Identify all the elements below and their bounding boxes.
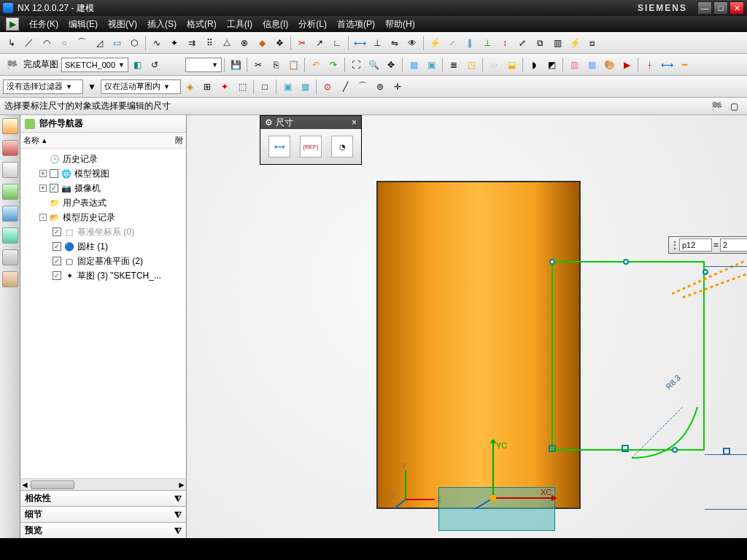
sel-ic1[interactable]: ◈	[182, 79, 198, 95]
measure-icon[interactable]: ⟊	[641, 57, 657, 73]
quick-trim-icon[interactable]: ✂	[294, 35, 310, 51]
reattach-icon[interactable]: ↺	[147, 57, 163, 73]
param-name-field[interactable]	[679, 238, 712, 252]
reuse-library-tab[interactable]	[2, 184, 18, 200]
status-box-icon[interactable]: ▢	[726, 98, 742, 114]
undo-icon[interactable]: ↶	[308, 57, 324, 73]
make-corner-icon[interactable]: ∟	[329, 35, 345, 51]
rect-icon[interactable]: ▭	[109, 35, 125, 51]
scope-combo[interactable]: 仅在活动草图内▼	[101, 79, 181, 94]
minimize-button[interactable]: —	[697, 1, 712, 15]
orient-icon[interactable]: ◧	[129, 57, 145, 73]
maximize-button[interactable]: □	[713, 1, 728, 15]
angle-dim-button[interactable]: ◔	[331, 136, 353, 158]
col-attach[interactable]: 附	[175, 135, 183, 146]
sel-ic3[interactable]: ✦	[217, 79, 233, 95]
sel-ic2[interactable]: ⊞	[199, 79, 215, 95]
snap-mid-icon[interactable]: ⌒	[355, 79, 371, 95]
parameter-input[interactable]: ⋮ = mm ▼	[668, 236, 747, 254]
play-icon[interactable]: ▶	[619, 57, 635, 73]
sel-ic5[interactable]: □	[257, 79, 273, 95]
point-icon[interactable]: ✦	[166, 35, 182, 51]
ref-dim-button[interactable]: (REF)	[300, 136, 322, 158]
sel-ic7[interactable]: ▦	[297, 79, 313, 95]
snap-end-icon[interactable]: ╱	[337, 79, 353, 95]
ic7[interactable]: ⧉	[532, 35, 548, 51]
wcs-icon[interactable]: ◳	[463, 57, 479, 73]
ic3[interactable]: ∥	[462, 35, 478, 51]
sel-ic6[interactable]: ▣	[279, 79, 295, 95]
empty-combo[interactable]: ▼	[185, 58, 222, 72]
fillet-icon[interactable]: ⌒	[74, 35, 90, 51]
intersect-icon[interactable]: ⊗	[236, 35, 252, 51]
zoom-icon[interactable]: 🔍	[365, 57, 382, 73]
circle-icon[interactable]: ○	[56, 35, 72, 51]
sketch-node[interactable]	[703, 269, 708, 275]
make-symmetric-icon[interactable]: ⇋	[387, 35, 403, 51]
dimension-icon[interactable]: ⟷	[352, 35, 368, 51]
snap-ctr-icon[interactable]: ⊚	[372, 79, 388, 95]
assy-icon[interactable]: ▦	[584, 57, 600, 73]
menu-start-icon[interactable]: ▶	[6, 18, 19, 31]
dimension-toolbar[interactable]: ⚙ 尺寸 × ⟷ (REF) ◔	[260, 115, 362, 165]
browser-tab[interactable]	[2, 228, 18, 244]
rapid-dim-button[interactable]: ⟷	[268, 136, 290, 158]
graphics-canvas[interactable]: ⚙ 尺寸 × ⟷ (REF) ◔	[187, 115, 747, 538]
extrude-icon[interactable]: ⬓	[503, 57, 519, 73]
finish-sketch-icon[interactable]: 🏁	[4, 57, 20, 73]
pattern-icon[interactable]: ⠿	[201, 35, 217, 51]
part-navigator-tab[interactable]	[2, 118, 18, 134]
snap-int-icon[interactable]: ✛	[390, 79, 406, 95]
tree-item[interactable]: 📁用户表达式	[23, 195, 183, 210]
scrollbar-h[interactable]: ◄ ►	[20, 478, 186, 490]
draft-icon[interactable]: 🎨	[601, 57, 617, 73]
menu-analyze[interactable]: 分析(L)	[298, 18, 327, 31]
selection-filter-combo[interactable]: 没有选择过滤器▼	[3, 79, 83, 94]
tree-item[interactable]: 🕒历史记录	[23, 152, 183, 166]
menu-format[interactable]: 格式(R)	[187, 18, 217, 31]
col-name[interactable]: 名称	[23, 135, 39, 146]
ic1[interactable]: ⚡	[427, 35, 443, 51]
sketch-node[interactable]	[672, 447, 678, 453]
sketch-anchor[interactable]	[622, 445, 629, 452]
more-icon[interactable]: ⟷	[659, 57, 675, 73]
sketch-node[interactable]	[549, 259, 555, 265]
line-icon[interactable]: ／	[21, 35, 37, 51]
menu-info[interactable]: 信息(I)	[263, 18, 288, 31]
tree-item[interactable]: ✓▢固定基准平面 (2)	[23, 254, 183, 268]
tree-item[interactable]: ✓⬚基准坐标系 (0)	[23, 225, 183, 239]
polygon-icon[interactable]: ⬡	[126, 35, 142, 51]
project-icon[interactable]: ◆	[254, 35, 270, 51]
sketch-node[interactable]	[623, 259, 629, 265]
datum-plane-icon[interactable]: ▱	[486, 57, 502, 73]
roles-tab[interactable]	[2, 271, 18, 287]
param-value-field[interactable]	[720, 238, 747, 252]
feature-tree[interactable]: 🕒历史记录+🌐模型视图+✓📷摄像机📁用户表达式-📂模型历史记录✓⬚基准坐标系 (…	[20, 149, 186, 478]
tree-item[interactable]: +🌐模型视图	[23, 166, 183, 181]
snap-pt-icon[interactable]: ⊙	[320, 79, 336, 95]
wcs-triad[interactable]: XC YC	[471, 440, 559, 515]
cut-icon[interactable]: ✂	[250, 57, 266, 73]
hd3d-tab[interactable]	[2, 206, 18, 222]
layer-icon[interactable]: ≣	[446, 57, 462, 73]
arc-icon[interactable]: ◠	[39, 35, 55, 51]
profile-icon[interactable]: ↳	[4, 35, 20, 51]
copy-icon[interactable]: ⎘	[268, 57, 284, 73]
ic2[interactable]: ⟋	[444, 35, 460, 51]
paste-icon[interactable]: 📋	[285, 57, 301, 73]
assembly-navigator-tab[interactable]	[2, 140, 18, 156]
derived-icon[interactable]: ❖	[271, 35, 287, 51]
sel-ic4[interactable]: ⬚	[234, 79, 250, 95]
fit-icon[interactable]: ⛶	[348, 57, 364, 73]
sketch-name-combo[interactable]: SKETCH_000▼	[61, 58, 128, 72]
shade-icon[interactable]: ▦	[406, 57, 422, 73]
ic8[interactable]: ▥	[549, 35, 565, 51]
menu-task[interactable]: 任务(K)	[29, 18, 58, 31]
ic6[interactable]: ⤢	[514, 35, 530, 51]
finish-sketch-label[interactable]: 完成草图	[23, 58, 58, 71]
tree-item[interactable]: ✓🔵圆柱 (1)	[23, 239, 183, 254]
display-constraint-icon[interactable]: 👁	[404, 35, 420, 51]
menu-edit[interactable]: 编辑(E)	[69, 18, 98, 31]
more2-icon[interactable]: ━	[676, 57, 692, 73]
menu-help[interactable]: 帮助(H)	[385, 18, 415, 31]
